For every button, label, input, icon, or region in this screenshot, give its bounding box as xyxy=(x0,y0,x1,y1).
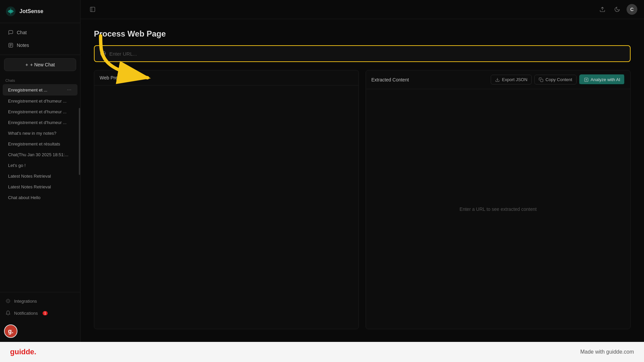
list-item[interactable]: Enregistrement et d'humeur ... xyxy=(3,117,77,128)
ai-icon xyxy=(584,77,589,82)
scroll-thumb xyxy=(79,108,80,175)
sidebar-notes-label: Notes xyxy=(17,43,29,48)
chats-list: Chats Enregistrement et ... ··· Enregist… xyxy=(0,74,80,292)
chat-item-text: Chat about Hello xyxy=(8,195,72,200)
extracted-content-body: Enter a URL to see extracted content xyxy=(366,89,630,329)
chat-item-text: Enregistrement et d'humeur ... xyxy=(8,120,72,125)
sidebar-navigation: Chat Notes xyxy=(0,23,80,55)
web-preview-header: Web Preview xyxy=(94,70,359,85)
list-item[interactable]: Enregistrement et d'humeur ... xyxy=(3,96,77,106)
upload-button[interactable] xyxy=(597,4,608,15)
web-preview-body xyxy=(94,85,359,329)
list-item[interactable]: Let's go ! xyxy=(3,160,77,171)
svg-rect-6 xyxy=(90,7,95,12)
list-item[interactable]: Latest Notes Retrieval xyxy=(3,182,77,192)
sidebar-chat-label: Chat xyxy=(17,30,27,35)
guidde-made-with-text: Made with guidde.com xyxy=(580,349,634,355)
download-icon xyxy=(495,77,500,82)
top-bar: C xyxy=(80,0,644,19)
top-bar-right: C xyxy=(597,4,637,15)
app-name: JotSense xyxy=(19,8,43,14)
chats-section-label: Chats xyxy=(0,76,80,84)
list-item[interactable]: Enregistrement et d'humeur ... xyxy=(3,107,77,117)
list-item[interactable]: Latest Notes Retrieval xyxy=(3,171,77,181)
list-item[interactable]: Enregistrement et résultats xyxy=(3,139,77,149)
extracted-content-header: Extracted Content xyxy=(371,77,409,82)
copy-content-label: Copy Content xyxy=(545,77,572,82)
sidebar-bottom: Integrations Notifications 1 xyxy=(0,292,80,322)
content-columns: Web Preview Extracted Content xyxy=(94,70,631,329)
sidebar: JotSense Chat Notes + + New Cha xyxy=(0,0,80,342)
plug-icon xyxy=(5,298,11,304)
chat-item-text: Latest Notes Retrieval xyxy=(8,174,72,179)
chat-item-text: Chat(Thu Jan 30 2025 18:51:... xyxy=(8,152,72,157)
theme-toggle-button[interactable] xyxy=(612,4,623,15)
chat-item-text: Enregistrement et d'humeur ... xyxy=(8,99,72,104)
export-json-button[interactable]: Export JSON xyxy=(491,75,532,84)
list-item[interactable]: What's new in my notes? xyxy=(3,128,77,138)
globe-icon xyxy=(100,51,106,57)
export-json-label: Export JSON xyxy=(502,77,527,82)
list-item[interactable]: Chat about Hello xyxy=(3,192,77,203)
extracted-empty-message: Enter a URL to see extracted content xyxy=(460,206,537,212)
extracted-content-panel: Extracted Content Export JSON xyxy=(366,70,631,329)
chat-item-text: Latest Notes Retrieval xyxy=(8,184,72,189)
chat-item-text: Enregistrement et résultats xyxy=(8,141,72,146)
new-chat-plus: + xyxy=(25,62,28,67)
notifications-badge: 1 xyxy=(43,311,48,315)
chat-icon xyxy=(8,30,13,35)
chat-item-text: Enregistrement et ... xyxy=(8,87,66,93)
list-item[interactable]: Enregistrement et ... ··· xyxy=(3,84,77,96)
chat-item-menu-icon[interactable]: ··· xyxy=(66,87,72,93)
svg-rect-13 xyxy=(541,79,543,82)
top-bar-left xyxy=(87,4,98,15)
sidebar-toggle-icon xyxy=(90,6,96,12)
upload-icon xyxy=(599,6,605,12)
notes-icon xyxy=(8,43,13,48)
page-content: Process Web Page Web Preview xyxy=(80,19,644,342)
notifications-label: Notifications xyxy=(14,311,38,316)
scroll-indicator xyxy=(79,74,80,292)
copy-content-button[interactable]: Copy Content xyxy=(534,75,577,84)
sidebar-item-notifications[interactable]: Notifications 1 xyxy=(0,307,80,319)
analyze-ai-button[interactable]: Analyze with AI xyxy=(579,74,625,85)
chat-item-text: What's new in my notes? xyxy=(8,131,72,136)
extracted-toolbar: Export JSON Copy Content xyxy=(491,74,625,85)
guidde-logo: guidde. xyxy=(10,348,36,356)
sidebar-item-notes[interactable]: Notes xyxy=(3,39,77,51)
bell-icon xyxy=(5,310,11,316)
moon-icon xyxy=(614,6,620,12)
sidebar-toggle-button[interactable] xyxy=(87,4,98,15)
copy-icon xyxy=(539,77,543,82)
web-preview-panel: Web Preview xyxy=(94,70,359,329)
new-chat-button[interactable]: + + New Chat xyxy=(4,58,76,71)
app-logo: JotSense xyxy=(0,0,80,23)
sidebar-item-integrations[interactable]: Integrations xyxy=(0,295,80,307)
analyze-ai-label: Analyze with AI xyxy=(591,77,620,82)
main-content: C Process Web Page xyxy=(80,0,644,342)
svg-point-1 xyxy=(9,10,12,13)
integrations-label: Integrations xyxy=(14,299,37,304)
user-avatar[interactable]: g. xyxy=(4,324,17,338)
page-title: Process Web Page xyxy=(94,29,631,39)
sidebar-item-chat[interactable]: Chat xyxy=(3,26,77,39)
chat-item-text: Let's go ! xyxy=(8,163,72,168)
url-input[interactable] xyxy=(109,51,625,57)
url-input-wrapper xyxy=(94,45,631,62)
chat-item-text: Enregistrement et d'humeur ... xyxy=(8,109,72,114)
list-item[interactable]: Chat(Thu Jan 30 2025 18:51:... xyxy=(3,149,77,160)
guidde-footer: guidde. Made with guidde.com xyxy=(0,342,644,362)
new-chat-label: + New Chat xyxy=(30,62,55,67)
user-avatar-topbar[interactable]: C xyxy=(627,4,637,15)
